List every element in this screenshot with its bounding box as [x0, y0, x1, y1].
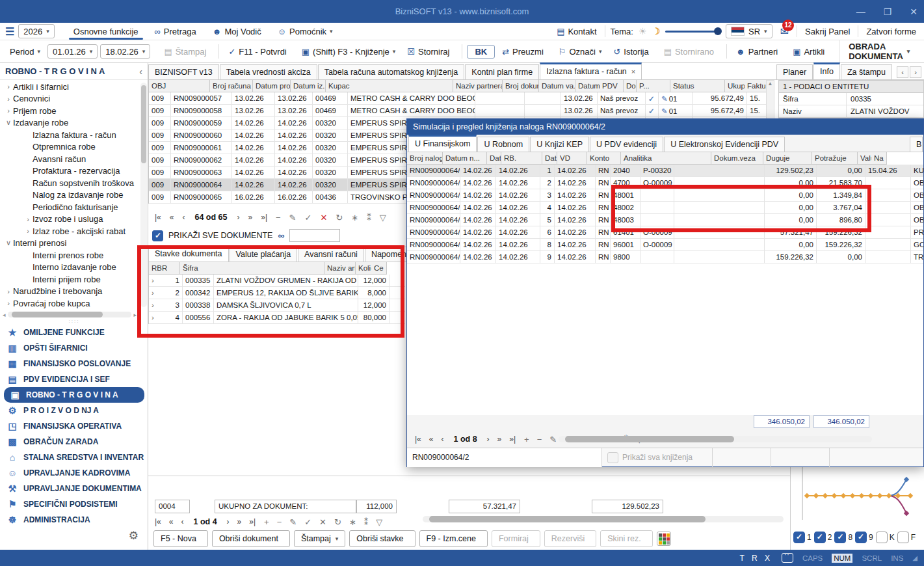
document-tab[interactable]: Kontni plan firme	[465, 64, 539, 79]
items-horizontal-scrollbar[interactable]	[423, 515, 784, 522]
column-header[interactable]: Količina	[356, 262, 371, 275]
tree-item[interactable]: › Prijem robe	[0, 105, 139, 117]
module-button[interactable]: ⚑ SPECIFIČNI PODSISTEMI	[0, 496, 148, 512]
grid-op-icon[interactable]: ✕	[320, 213, 327, 222]
posting-row[interactable]: RN009000064/2 14.02.26 14.02.26 8 14.02.…	[407, 239, 923, 251]
tree-item[interactable]: Izlazna faktura - račun	[0, 129, 139, 141]
column-header[interactable]: Duguje	[763, 152, 812, 165]
tree-item[interactable]: Otpremnica robe	[0, 141, 139, 154]
search-input[interactable]	[289, 229, 340, 242]
column-header[interactable]: Na	[871, 152, 887, 165]
column-header[interactable]: Datum do...	[542, 152, 557, 165]
chat-icon[interactable]	[782, 553, 793, 563]
tree-item[interactable]: › Povraćaj robe kupca	[0, 297, 139, 310]
posting-row[interactable]: RN009000064/2 14.02.26 14.02.26 1 14.02.…	[407, 165, 923, 177]
grid-op-icon[interactable]: −	[276, 213, 281, 222]
column-header[interactable]: Broj računa	[210, 80, 253, 92]
tree-chevron-icon[interactable]: ›	[23, 215, 33, 223]
splitter-handle[interactable]: ::::	[0, 318, 148, 324]
tree-chevron-icon[interactable]: ∨	[4, 118, 13, 127]
module-button[interactable]: ★ OMILJENE FUNKCIJE	[0, 325, 148, 340]
pager-prev-icon[interactable]: |«	[155, 213, 161, 222]
pager-prev-icon[interactable]: ‹	[182, 213, 185, 222]
column-header[interactable]: Datum PDV	[487, 152, 501, 165]
tree-item[interactable]: › Izlaz robe - akcijski rabat	[0, 225, 139, 237]
module-button[interactable]: ▩ OBRAČUN ZARADA	[0, 434, 148, 450]
grid-view-icon[interactable]	[657, 532, 671, 546]
pager-prev-icon[interactable]: |«	[155, 517, 161, 526]
dialog-tab[interactable]: U Knjizi KEP	[530, 137, 589, 152]
toolbar-button[interactable]: BK	[467, 45, 495, 59]
settings-gear-icon[interactable]: ⚙	[129, 529, 139, 543]
window-control-button[interactable]: ❐	[884, 7, 892, 17]
search-binoculars-icon[interactable]: ∞	[278, 230, 284, 241]
tree-chevron-icon[interactable]: ›	[4, 299, 13, 307]
period-dropdown[interactable]: Period ▾	[5, 45, 45, 59]
show-all-documents-checkbox[interactable]	[152, 230, 163, 241]
tree-chevron-icon[interactable]: ›	[23, 227, 33, 235]
toolbar-button[interactable]: ✓ F11 - Potvrdi	[224, 45, 294, 59]
pager-next-icon[interactable]: »	[248, 213, 253, 222]
pager-next-icon[interactable]: »|	[261, 213, 267, 222]
tree-item[interactable]: Račun sopstvenih troškova	[0, 177, 139, 189]
column-header[interactable]: Broj naloga	[407, 152, 443, 165]
invoice-row[interactable]: 009 RN009000058 13.02.26 13.02.26 00469 …	[149, 105, 766, 117]
column-header[interactable]: Valuta plać...	[858, 152, 871, 165]
column-header[interactable]: Datum n...	[443, 152, 487, 165]
messages-button[interactable]: ✉ 12	[780, 25, 789, 38]
column-header[interactable]: Naziv artikla	[324, 262, 356, 275]
pager-prev-icon[interactable]: «	[169, 517, 174, 526]
column-header[interactable]: RB.	[501, 152, 542, 165]
column-header[interactable]: Datum va...	[539, 80, 575, 92]
vd-filter-item[interactable]: 1	[793, 532, 812, 543]
item-row[interactable]: ›4 000556 ZORA - RAKIJA OD JABUKE BARIK …	[149, 312, 404, 324]
vd-filter-item[interactable]: 9	[855, 532, 873, 543]
tree-item[interactable]: ∨ Izdavanje robe	[0, 117, 139, 129]
column-header[interactable]: P...	[637, 80, 670, 92]
obrada-dokumenta-dropdown[interactable]: OBRADA DOKUMENTA ▾	[839, 40, 919, 62]
dialog-tab[interactable]: U Robnom	[477, 137, 529, 152]
close-forms-button[interactable]: Zatvori forme	[864, 23, 919, 40]
grid-op-icon[interactable]: ▽	[376, 517, 382, 527]
dialog-tab[interactable]: U PDV evidenciji	[590, 137, 663, 152]
document-tab[interactable]: Izlazna faktura - račun ×	[540, 62, 642, 79]
module-button[interactable]: ⌂ STALNA SREDSTVA I INVENTAR	[0, 450, 148, 465]
detail-tab[interactable]: Stavke dokumenta	[148, 246, 229, 262]
tree-chevron-icon[interactable]: ›	[4, 83, 13, 90]
grid-op-icon[interactable]: +	[524, 435, 529, 444]
tree-item[interactable]: Interno izdavanje robe	[0, 262, 139, 274]
grid-op-icon[interactable]: ✎	[289, 517, 297, 527]
grid-op-icon[interactable]: ↻	[336, 213, 343, 222]
document-tab[interactable]: BIZNISOFT v13	[148, 64, 219, 79]
light-theme-icon[interactable]: ☀	[639, 26, 647, 36]
item-row[interactable]: ›1 000335 ZLATNI VOŽDOV GRUMEN - RAKIJA …	[149, 275, 404, 287]
language-select[interactable]: SR ▾	[726, 24, 772, 38]
expand-row-icon[interactable]: ›	[152, 276, 154, 285]
toolbar-button[interactable]: ▣ Artikli	[788, 45, 832, 59]
pager-next-icon[interactable]: »	[497, 435, 502, 444]
action-button[interactable]: Skini rez.	[600, 530, 652, 547]
tree-item[interactable]: Nalog za izdavanje robe	[0, 189, 139, 202]
vd-checkbox[interactable]	[855, 532, 867, 543]
tree-vertical-scrollbar[interactable]	[140, 83, 147, 307]
pager-prev-icon[interactable]: ‹	[181, 517, 183, 526]
module-button[interactable]: ⚒ UPRAVLJANJE DOKUMENTIMA	[0, 481, 148, 496]
module-button[interactable]: ▦ FINANSIJSKO POSLOVANJE	[0, 356, 148, 371]
column-header[interactable]: Dokum.veza	[711, 152, 763, 165]
column-header[interactable]: Kupac	[326, 80, 453, 92]
toolbar-button[interactable]: ⇄ Preuzmi	[497, 45, 551, 59]
show-all-postings-checkbox[interactable]	[607, 452, 618, 463]
scroll-right-icon[interactable]: ▸	[133, 312, 137, 318]
menu-item[interactable]: Osnovne funkcije	[64, 23, 148, 40]
toolbar-button[interactable]: ▤ Štampaj	[159, 45, 214, 59]
column-header[interactable]: Naziv partnera - kupca	[453, 80, 503, 92]
column-header[interactable]: Ce	[371, 262, 387, 275]
pager-prev-icon[interactable]: «	[170, 213, 174, 222]
pager-next-icon[interactable]: ›	[237, 213, 240, 222]
pager-next-icon[interactable]: »|	[249, 517, 256, 526]
grid-op-icon[interactable]: ✕	[319, 517, 326, 527]
grid-op-icon[interactable]: −	[277, 517, 282, 527]
posting-row[interactable]: RN009000064/2 14.02.26 14.02.26 4 14.02.…	[407, 202, 923, 214]
module-button[interactable]: ☺ UPRAVLJANJE KADROVIMA	[0, 465, 148, 481]
pager-prev-icon[interactable]: ‹	[441, 435, 443, 444]
